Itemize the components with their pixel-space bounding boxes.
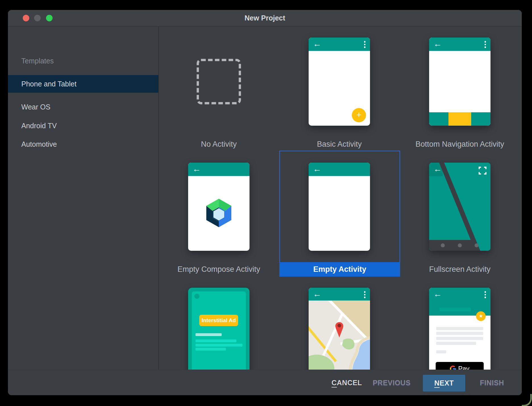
template-caption[interactable]: Fullscreen Activity	[386, 265, 522, 274]
template-google-pay-preview[interactable]: ← ★ Pay	[429, 288, 491, 370]
preview-appbar: ←	[188, 163, 250, 176]
preview-bottom-nav	[429, 112, 491, 126]
template-bottom-navigation-preview[interactable]: ←	[429, 38, 491, 126]
sidebar-item-phone-and-tablet[interactable]: Phone and Tablet	[8, 75, 158, 93]
screenshot-canvas: New Project Templates Phone and Tablet W…	[0, 0, 532, 406]
jetpack-compose-logo-icon	[205, 197, 233, 229]
google-pay-button: Pay	[436, 362, 484, 370]
placeholder-line	[196, 348, 226, 351]
templates-sidebar: Templates Phone and Tablet Wear OS Andro…	[8, 26, 158, 369]
cancel-button[interactable]: CANCEL	[332, 370, 338, 395]
placeholder-line	[436, 332, 483, 335]
back-arrow-icon: ←	[433, 289, 442, 299]
overflow-menu-icon	[485, 41, 486, 48]
back-arrow-icon: ←	[433, 164, 442, 174]
template-no-activity-preview[interactable]	[197, 59, 241, 104]
placeholder-line	[196, 344, 242, 347]
ads-preview-screen: Interstitial Ad	[192, 291, 246, 370]
sidebar-item-label: Automotive	[21, 140, 57, 148]
placeholder-line	[436, 337, 483, 340]
next-button[interactable]: NEXT	[423, 375, 465, 392]
template-grid: No Activity ← + Basic Activity ←	[159, 26, 522, 370]
template-basic-activity-preview[interactable]: ← +	[309, 38, 370, 126]
new-project-dialog: New Project Templates Phone and Tablet W…	[8, 10, 522, 395]
placeholder-line	[436, 342, 476, 345]
finish-button[interactable]: FINISH	[480, 370, 504, 395]
template-caption[interactable]: Bottom Navigation Activity	[386, 140, 522, 149]
placeholder-line	[436, 350, 446, 353]
sidebar-item-label: Android TV	[21, 122, 57, 130]
google-pay-label: Pay	[458, 365, 469, 370]
selected-template-label[interactable]: Empty Activity	[279, 262, 400, 277]
template-admob-ads-preview[interactable]: Interstitial Ad	[188, 288, 250, 370]
fullscreen-icon	[478, 166, 487, 175]
template-empty-compose-preview[interactable]: ←	[188, 163, 250, 251]
bottom-nav-selected-tab	[448, 112, 471, 126]
sidebar-header: Templates	[21, 53, 54, 68]
fullscreen-preview-art	[429, 163, 491, 251]
fab-plus-icon: +	[352, 108, 366, 122]
star-fab-icon: ★	[476, 311, 486, 321]
camera-dot-icon	[194, 294, 200, 299]
placeholder-line	[196, 339, 236, 342]
preview-appbar: ←	[309, 163, 370, 176]
template-google-maps-preview[interactable]: ←	[309, 288, 370, 370]
back-arrow-icon: ←	[433, 39, 442, 49]
placeholder-line	[196, 333, 222, 336]
previous-button[interactable]: PREVIOUS	[373, 370, 410, 395]
interstitial-ad-button: Interstitial Ad	[199, 315, 238, 326]
dialog-title: New Project	[8, 10, 522, 26]
preview-appbar: ←	[309, 288, 370, 301]
placeholder-title-bar	[440, 308, 471, 311]
back-arrow-icon: ←	[313, 289, 321, 299]
map-preview-art	[309, 301, 370, 370]
sidebar-item-label: Wear OS	[21, 103, 50, 111]
overflow-menu-icon	[485, 291, 486, 298]
google-g-icon	[450, 366, 456, 370]
sidebar-item-wear-os[interactable]: Wear OS	[8, 98, 158, 116]
preview-appbar: ←	[429, 38, 491, 51]
back-arrow-icon: ←	[192, 164, 201, 174]
overflow-menu-icon	[364, 41, 366, 48]
desktop-corner-artifact	[522, 394, 532, 406]
titlebar[interactable]: New Project	[8, 10, 522, 26]
placeholder-line	[436, 327, 483, 330]
sidebar-item-android-tv[interactable]: Android TV	[8, 117, 158, 134]
template-fullscreen-preview[interactable]: ←	[429, 163, 491, 251]
preview-appbar: ←	[309, 38, 370, 51]
template-empty-activity-preview[interactable]: ←	[309, 163, 370, 251]
overflow-menu-icon	[364, 291, 366, 298]
sidebar-item-automotive[interactable]: Automotive	[8, 135, 158, 153]
back-arrow-icon: ←	[313, 164, 321, 174]
back-arrow-icon: ←	[313, 39, 321, 49]
template-caption[interactable]: Empty Compose Activity	[159, 265, 293, 274]
dialog-button-bar: CANCEL PREVIOUS NEXT FINISH	[8, 370, 522, 395]
sidebar-item-label: Phone and Tablet	[21, 80, 76, 88]
